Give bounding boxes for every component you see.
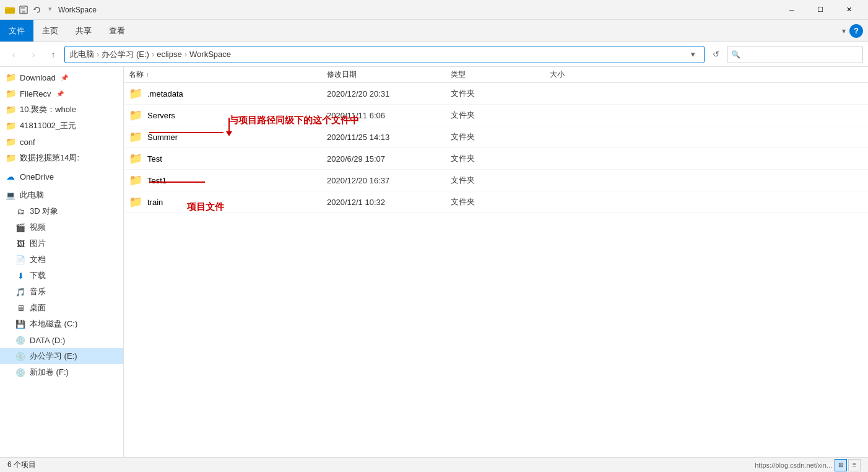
- breadcrumb: 此电脑 › 办公学习 (E:) › eclipse › WorkSpace: [70, 49, 687, 60]
- col-header-type[interactable]: 类型: [451, 69, 550, 80]
- help-button[interactable]: ?: [849, 24, 863, 38]
- back-button[interactable]: ‹: [5, 46, 22, 63]
- undo-icon-tb[interactable]: [32, 5, 42, 15]
- sidebar-item-drive-c[interactable]: 💾 本地磁盘 (C:): [0, 316, 123, 332]
- sidebar-label-thispc: 此电脑: [20, 190, 44, 201]
- 3d-icon: 🗂: [15, 206, 26, 217]
- table-row[interactable]: 📁 Servers 2020/11/11 6:06 文件夹: [124, 105, 868, 126]
- sidebar-label-desktop: 桌面: [30, 302, 46, 313]
- ribbon: 文件 主页 共享 查看 ▾ ?: [0, 20, 868, 42]
- sidebar-label-pictures: 图片: [30, 238, 46, 249]
- address-dropdown-button[interactable]: ▾: [687, 46, 699, 63]
- file-type-metadata: 文件夹: [451, 88, 550, 99]
- up-button[interactable]: ↑: [45, 46, 62, 63]
- table-row[interactable]: 📁 Test 2020/6/29 15:07 文件夹: [124, 148, 868, 170]
- sidebar-label-drive-e: 办公学习 (E:): [30, 351, 77, 362]
- window-title: WorkSpace: [58, 6, 778, 14]
- sidebar-item-drive-d[interactable]: 💿 DATA (D:): [0, 332, 123, 348]
- search-input[interactable]: [743, 50, 859, 59]
- sidebar-item-downloads[interactable]: ⬇ 下载: [0, 268, 123, 284]
- file-list-container: 名称 ↑ 修改日期 类型 大小 📁 .metadata: [124, 67, 868, 457]
- file-type-servers: 文件夹: [451, 110, 550, 121]
- file-date-test: 2020/6/29 15:07: [327, 154, 451, 164]
- folder-icon-tb: [5, 5, 15, 15]
- pin-icon-download: 📌: [61, 74, 68, 81]
- status-bar: 6 个项目 https://blog.csdn.net/xin... ⊞ ≡: [0, 457, 868, 472]
- sidebar-item-onedrive[interactable]: ☁ OneDrive: [0, 168, 123, 185]
- maximize-button[interactable]: ☐: [806, 0, 835, 20]
- sidebar-item-drive-f[interactable]: 💿 新加卷 (F:): [0, 364, 123, 380]
- status-link: https://blog.csdn.net/xin...: [755, 461, 832, 469]
- col-header-date[interactable]: 修改日期: [327, 69, 451, 80]
- sidebar-item-download[interactable]: 📁 Download 📌: [0, 69, 123, 85]
- breadcrumb-workspace[interactable]: WorkSpace: [189, 50, 231, 59]
- breadcrumb-drive[interactable]: 办公学习 (E:): [102, 49, 149, 60]
- sidebar-item-cluster[interactable]: 📁 10.聚类：whole: [0, 102, 123, 118]
- table-row[interactable]: 📁 .metadata 2020/12/20 20:31 文件夹: [124, 83, 868, 105]
- file-date-summer: 2020/11/25 14:13: [327, 133, 451, 142]
- tab-share[interactable]: 共享: [67, 20, 100, 42]
- folder-icon-row0: 📁: [129, 87, 142, 100]
- sidebar-item-music[interactable]: 🎵 音乐: [0, 284, 123, 300]
- folder-icon-cluster: 📁: [5, 104, 16, 115]
- sidebar-label-music: 音乐: [30, 286, 46, 297]
- search-box[interactable]: 🔍: [727, 46, 863, 63]
- file-type-test: 文件夹: [451, 153, 550, 164]
- forward-button[interactable]: ›: [25, 46, 42, 63]
- tab-home[interactable]: 主页: [33, 20, 67, 42]
- save-icon-tb[interactable]: [19, 5, 28, 15]
- minimize-button[interactable]: ─: [778, 0, 806, 20]
- sidebar-label-drive-d: DATA (D:): [30, 336, 65, 345]
- drive-e-icon: 💿: [15, 351, 26, 362]
- sidebar-item-thispc-header[interactable]: 💻 此电脑: [0, 187, 123, 203]
- address-bar[interactable]: 此电脑 › 办公学习 (E:) › eclipse › WorkSpace ▾: [64, 46, 705, 63]
- sidebar-item-filerecv[interactable]: 📁 FileRecv 📌: [0, 85, 123, 102]
- file-date-metadata: 2020/12/20 20:31: [327, 89, 451, 98]
- sort-arrow: ↑: [146, 71, 149, 78]
- file-date-servers: 2020/11/11 6:06: [327, 111, 451, 120]
- sidebar-item-pictures[interactable]: 🖼 图片: [0, 235, 123, 251]
- drive-f-icon: 💿: [15, 367, 26, 378]
- sidebar-label-download: Download: [20, 73, 56, 82]
- sidebar: 📁 Download 📌 📁 FileRecv 📌 📁 10.聚类：whole …: [0, 67, 124, 457]
- refresh-button[interactable]: ↺: [707, 46, 724, 63]
- table-row[interactable]: 📁 train 2020/12/1 10:32 文件夹: [124, 191, 868, 213]
- file-date-train: 2020/12/1 10:32: [327, 198, 451, 207]
- sidebar-item-video[interactable]: 🎬 视频: [0, 219, 123, 235]
- col-header-name[interactable]: 名称 ↑: [129, 69, 327, 80]
- title-bar-quick-access: ▾: [5, 5, 52, 15]
- breadcrumb-eclipse[interactable]: eclipse: [157, 50, 181, 59]
- sidebar-item-desktop[interactable]: 🖥 桌面: [0, 300, 123, 316]
- desktop-icon: 🖥: [15, 302, 26, 313]
- sidebar-item-3d[interactable]: 🗂 3D 对象: [0, 203, 123, 219]
- tab-view[interactable]: 查看: [100, 20, 134, 42]
- sidebar-label-drive-c: 本地磁盘 (C:): [30, 318, 77, 330]
- sidebar-item-drive-e[interactable]: 💿 办公学习 (E:): [0, 348, 123, 364]
- sidebar-item-documents[interactable]: 📄 文档: [0, 251, 123, 268]
- status-right: https://blog.csdn.net/xin... ⊞ ≡: [755, 459, 861, 471]
- table-row[interactable]: 📁 Summer 2020/11/25 14:13 文件夹: [124, 126, 868, 148]
- onedrive-icon: ☁: [5, 171, 16, 182]
- table-row[interactable]: 📁 Test1 2020/12/20 16:37 文件夹: [124, 170, 868, 191]
- folder-icon-row2: 📁: [129, 130, 142, 144]
- sidebar-label-3d: 3D 对象: [30, 206, 58, 217]
- file-date-test1: 2020/12/20 16:37: [327, 176, 451, 185]
- folder-icon-row3: 📁: [129, 152, 142, 165]
- sidebar-label-41811002: 41811002_王元: [20, 120, 76, 131]
- file-name-summer: 📁 Summer: [129, 130, 327, 144]
- sidebar-item-datamining[interactable]: 📁 数据挖掘第14周:: [0, 150, 123, 166]
- file-name-train: 📁 train: [129, 195, 327, 209]
- col-header-size[interactable]: 大小: [550, 69, 624, 80]
- sidebar-item-conf[interactable]: 📁 conf: [0, 134, 123, 150]
- breadcrumb-this-pc[interactable]: 此电脑: [70, 49, 94, 60]
- view-icon-details[interactable]: ≡: [848, 459, 861, 471]
- title-bar: ▾ WorkSpace ─ ☐ ✕: [0, 0, 868, 20]
- view-icon-list[interactable]: ⊞: [835, 459, 847, 471]
- pin-icon-filerecv: 📌: [56, 90, 64, 97]
- sidebar-label-datamining: 数据挖掘第14周:: [20, 152, 79, 164]
- sidebar-label-cluster: 10.聚类：whole: [20, 104, 76, 115]
- tab-file[interactable]: 文件: [0, 20, 33, 42]
- close-button[interactable]: ✕: [835, 0, 863, 20]
- sidebar-item-41811002[interactable]: 📁 41811002_王元: [0, 118, 123, 134]
- ribbon-collapse-button[interactable]: ▾: [842, 27, 846, 35]
